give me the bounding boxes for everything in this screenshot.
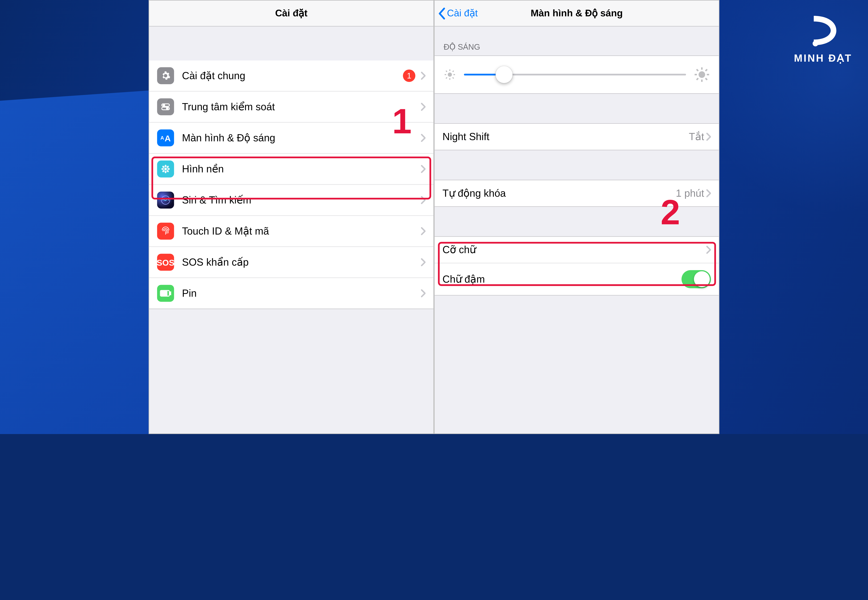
battery-icon (157, 285, 174, 302)
svg-point-7 (165, 171, 167, 173)
svg-rect-16 (170, 292, 171, 295)
step-number-2: 2 (660, 192, 680, 232)
row-label: Cỡ chữ (442, 244, 706, 256)
settings-row-wallpaper[interactable]: Hình nền (149, 154, 433, 185)
step-number-1: 1 (392, 101, 412, 141)
row-label: Night Shift (442, 131, 689, 143)
chevron-right-icon (421, 289, 426, 297)
svg-point-27 (698, 71, 705, 78)
chevron-right-icon (706, 133, 711, 141)
brand-name: MINH ĐẠT (794, 52, 852, 64)
row-label: Trung tâm kiểm soát (182, 100, 421, 113)
sun-small-icon (444, 68, 456, 81)
row-label: Touch ID & Mật mã (182, 225, 421, 238)
row-text-size[interactable]: Cỡ chữ (435, 236, 719, 264)
toggles-icon (157, 98, 174, 115)
navbar: Cài đặt Màn hình & Độ sáng (435, 0, 719, 27)
row-label: Cài đặt chung (182, 70, 403, 82)
svg-rect-17 (161, 291, 167, 295)
svg-point-11 (166, 170, 169, 173)
row-bold-text: Chữ đậm (435, 264, 719, 295)
sos-icon: SOS (157, 254, 174, 271)
svg-line-24 (453, 77, 454, 79)
navbar: Cài đặt (149, 0, 433, 27)
svg-line-25 (446, 77, 447, 79)
settings-row-display-brightness[interactable]: AA Màn hình & Độ sáng (149, 123, 433, 154)
svg-line-33 (706, 78, 707, 80)
chevron-right-icon (421, 165, 426, 173)
svg-point-2 (163, 105, 165, 106)
svg-point-0 (812, 41, 818, 46)
fingerprint-icon (157, 223, 174, 240)
gear-icon (157, 67, 174, 84)
row-night-shift[interactable]: Night Shift Tắt (435, 123, 719, 150)
screen-settings-root: Cài đặt Cài đặt chung 1 Trung tâm kiể (148, 0, 434, 434)
chevron-right-icon (706, 246, 711, 254)
svg-point-8 (161, 168, 164, 170)
section-header-brightness: ĐỘ SÁNG (435, 27, 719, 55)
settings-row-sos[interactable]: SOS SOS khẩn cấp (149, 247, 433, 278)
svg-line-35 (706, 69, 707, 71)
row-label: Siri & Tìm kiếm (182, 194, 421, 206)
settings-row-siri[interactable]: Siri & Tìm kiếm (149, 185, 433, 216)
chevron-right-icon (421, 258, 426, 266)
row-label: Màn hình & Độ sáng (182, 132, 421, 144)
row-label: Tự động khóa (442, 187, 676, 200)
page-title: Cài đặt (275, 7, 308, 19)
row-label: Pin (182, 287, 421, 299)
brand-logo-icon (808, 12, 838, 48)
phone-screenshots-container: Cài đặt Cài đặt chung 1 Trung tâm kiể (148, 0, 720, 434)
svg-line-23 (446, 71, 447, 72)
chevron-right-icon (421, 103, 426, 111)
settings-list: Cài đặt chung 1 Trung tâm kiểm soát AA M… (149, 27, 433, 433)
settings-row-touchid[interactable]: Touch ID & Mật mã (149, 216, 433, 247)
row-label: Hình nền (182, 163, 421, 175)
svg-point-12 (166, 165, 169, 168)
page-title: Màn hình & Độ sáng (531, 7, 623, 19)
svg-point-5 (164, 168, 167, 170)
settings-row-general[interactable]: Cài đặt chung 1 (149, 61, 433, 91)
back-label: Cài đặt (447, 7, 478, 19)
chevron-right-icon (421, 196, 426, 204)
svg-line-34 (697, 78, 698, 80)
siri-icon (157, 192, 174, 209)
screen-display-brightness: Cài đặt Màn hình & Độ sáng ĐỘ SÁNG (434, 0, 720, 434)
flower-icon (157, 161, 174, 177)
settings-row-control-center[interactable]: Trung tâm kiểm soát (149, 91, 433, 123)
svg-point-10 (162, 165, 165, 168)
row-value: Tắt (689, 130, 704, 143)
brightness-slider[interactable] (464, 66, 686, 83)
text-size-icon: AA (157, 129, 174, 146)
notification-badge: 1 (403, 70, 415, 82)
row-label: Chữ đậm (442, 273, 682, 285)
svg-point-18 (448, 73, 452, 77)
display-settings-content: ĐỘ SÁNG Night Shift Tắt (435, 27, 719, 433)
brightness-slider-row (435, 55, 719, 94)
settings-row-battery[interactable]: Pin (149, 278, 433, 309)
svg-line-32 (697, 69, 698, 71)
chevron-left-icon (438, 7, 445, 20)
back-button[interactable]: Cài đặt (438, 0, 478, 26)
chevron-right-icon (421, 227, 426, 235)
svg-point-4 (167, 108, 168, 109)
svg-point-9 (167, 168, 170, 170)
chevron-right-icon (706, 189, 711, 197)
sun-large-icon (694, 67, 710, 82)
svg-point-13 (162, 170, 165, 173)
svg-point-6 (165, 165, 167, 167)
chevron-right-icon (421, 72, 426, 80)
bold-text-switch[interactable] (682, 270, 711, 288)
brand-watermark: MINH ĐẠT (794, 12, 852, 64)
row-label: SOS khẩn cấp (182, 256, 421, 268)
svg-line-26 (453, 71, 454, 72)
chevron-right-icon (421, 134, 426, 142)
